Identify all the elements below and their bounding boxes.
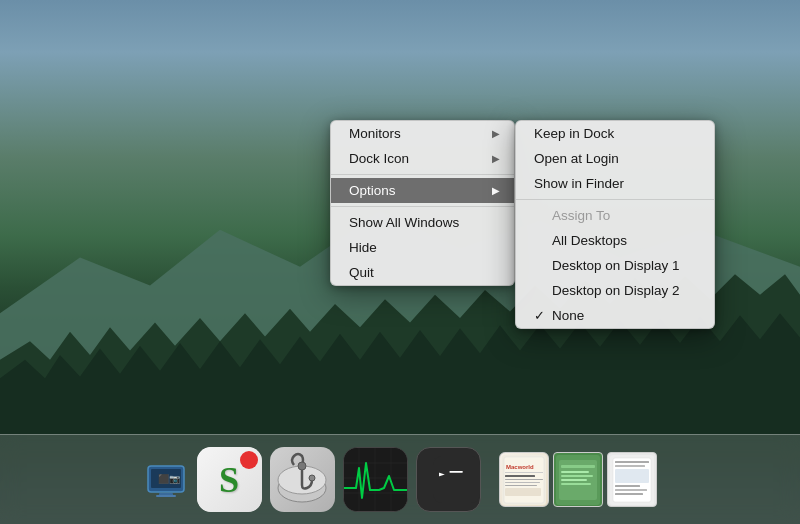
scrivener-icon[interactable]: S [197, 447, 262, 512]
svg-text:Macworld: Macworld [506, 464, 534, 470]
options-arrow: ▶ [492, 185, 500, 196]
show-in-finder-item[interactable]: Show in Finder [516, 171, 714, 196]
svg-rect-33 [561, 465, 595, 468]
show-all-windows-item[interactable]: Show All Windows [331, 210, 514, 235]
svg-rect-6 [156, 495, 176, 497]
desktop-display-1-item[interactable]: Desktop on Display 1 [516, 253, 714, 278]
desktop-display-2-item[interactable]: Desktop on Display 2 [516, 278, 714, 303]
svg-rect-37 [561, 483, 591, 485]
svg-rect-35 [561, 475, 593, 477]
all-desktops-item[interactable]: All Desktops [516, 228, 714, 253]
monitors-arrow: ▶ [492, 128, 500, 139]
monitors-menu-item[interactable]: Monitors ▶ [331, 121, 514, 146]
scrivener-notification-badge [240, 451, 258, 469]
svg-rect-34 [561, 471, 589, 473]
context-menu-system: Keep in Dock Open at Login Show in Finde… [330, 120, 515, 286]
svg-point-10 [298, 462, 306, 470]
options-menu-item[interactable]: Options ▶ [331, 178, 514, 203]
svg-text:⬛📷: ⬛📷 [158, 473, 181, 485]
svg-rect-45 [615, 493, 643, 495]
svg-rect-26 [505, 475, 535, 477]
keep-in-dock-item[interactable]: Keep in Dock [516, 121, 714, 146]
primary-context-menu: Monitors ▶ Dock Icon ▶ Options ▶ Show Al… [330, 120, 515, 286]
svg-rect-29 [505, 485, 537, 486]
svg-rect-41 [615, 465, 645, 467]
activity-monitor-icon[interactable] [343, 447, 408, 512]
macworld-icon-2[interactable] [553, 452, 603, 507]
terminal-icon[interactable]: ► [416, 447, 481, 512]
svg-rect-40 [615, 461, 649, 463]
submenu-separator-1 [516, 199, 714, 200]
assign-to-label: Assign To [516, 203, 714, 228]
menu-separator-2 [331, 206, 514, 207]
dock-right-icons: Macworld [499, 452, 657, 507]
none-item[interactable]: ✓ None [516, 303, 714, 328]
svg-rect-19 [433, 456, 480, 503]
macworld-icon-1[interactable]: Macworld [499, 452, 549, 507]
svg-rect-44 [615, 489, 647, 491]
svg-rect-25 [505, 472, 543, 473]
svg-rect-12 [344, 448, 407, 511]
macworld-icon-3[interactable] [607, 452, 657, 507]
svg-rect-21 [449, 471, 462, 473]
svg-rect-36 [561, 479, 587, 481]
svg-point-11 [309, 475, 315, 481]
svg-rect-28 [505, 482, 540, 483]
keep-in-dock-submenu: Keep in Dock Open at Login Show in Finde… [515, 120, 715, 329]
open-at-login-item[interactable]: Open at Login [516, 146, 714, 171]
disk-utility-icon[interactable] [270, 447, 335, 512]
hide-item[interactable]: Hide [331, 235, 514, 260]
dock: ⬛📷 S [0, 434, 800, 524]
svg-rect-27 [505, 479, 543, 480]
dock-icon-arrow: ▶ [492, 153, 500, 164]
menu-separator-1 [331, 174, 514, 175]
svg-rect-30 [505, 488, 541, 496]
svg-text:►: ► [438, 468, 444, 479]
dock-icon-menu-item[interactable]: Dock Icon ▶ [331, 146, 514, 171]
screen-capture-icon[interactable]: ⬛📷 [144, 455, 189, 505]
svg-rect-42 [615, 469, 649, 483]
svg-rect-43 [615, 485, 640, 487]
quit-item[interactable]: Quit [331, 260, 514, 285]
